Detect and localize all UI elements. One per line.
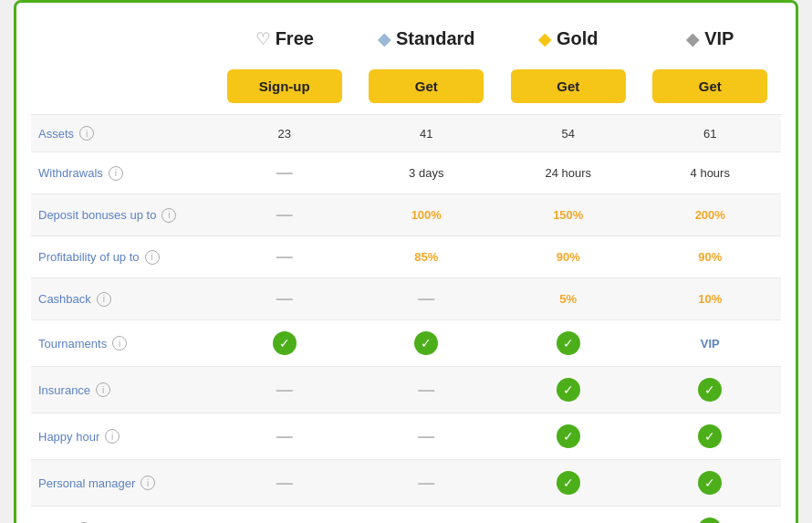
table-row: Tournamentsi✓✓✓VIP [31,319,781,366]
table-row: Profitability of up toi—85%90%90% [31,235,781,277]
cell-2-1: 100% [356,194,498,235]
cell-5-1: ✓ [356,320,498,366]
cell-1-2: 24 hours [497,152,640,194]
cell-8-2: ✓ [497,460,640,506]
table-body: Assetsi23415461Withdrawalsi—3 days24 hou… [31,114,781,523]
cell-9-1: — [356,507,498,523]
row-label-1: Withdrawalsi [31,152,213,194]
cell-3-3: 90% [640,236,782,277]
highlight-value-3-1: 85% [414,250,438,264]
button-row: Sign-upGetGetGet [31,66,781,107]
cell-5-3: VIP [640,320,782,366]
highlight-value-2-1: 100% [411,208,442,222]
info-icon-5[interactable]: i [112,336,127,350]
cell-6-0: — [213,367,356,413]
standard-icon: ◆ [378,29,390,49]
tier-header-standard: ◆Standard [356,21,498,57]
cell-9-3: ✓ [640,507,782,523]
dash-icon: — [276,205,293,225]
cell-0-3: 61 [640,115,782,152]
info-icon-8[interactable]: i [141,476,155,490]
gold-icon: ◆ [538,29,551,49]
btn-cell-1: Get [356,66,498,107]
info-icon-3[interactable]: i [145,250,160,265]
cell-8-3: ✓ [640,460,782,506]
cell-4-3: 10% [640,278,782,319]
cell-5-2: ✓ [497,320,640,366]
vip-icon: ◆ [686,29,699,49]
row-label-text-3: Profitability of up to [38,250,140,264]
highlight-value-4-2: 5% [559,292,577,306]
tier-name-vip: VIP [704,28,734,49]
dash-icon: — [276,163,293,183]
checkmark-icon: ✓ [698,424,722,448]
cell-6-3: ✓ [640,367,782,413]
info-icon-1[interactable]: i [109,166,123,181]
cell-2-3: 200% [640,194,782,235]
tier-name-free: Free [276,28,314,49]
row-label-2: Deposit bonuses up toi [31,194,213,235]
pricing-table: ♡Free◆Standard◆Gold◆VIP Sign-upGetGetGet… [14,0,798,523]
get-button-1[interactable]: Get [369,69,484,103]
checkmark-icon: ✓ [698,471,722,495]
tier-header-free: ♡Free [213,21,356,57]
row-label-text-1: Withdrawals [38,166,103,180]
get-button-2[interactable]: Get [511,69,626,103]
cell-7-0: — [213,413,356,459]
tier-header-row: ♡Free◆Standard◆Gold◆VIP [31,21,781,57]
row-label-text-7: Happy hour [38,430,99,444]
dash-icon: — [418,289,434,309]
cell-0-0: 23 [213,115,356,152]
sign-up-button-0[interactable]: Sign-up [227,69,342,103]
cell-4-1: — [356,278,498,319]
row-label-4: Cashbacki [31,278,213,319]
dash-icon: — [276,474,293,493]
cell-7-3: ✓ [640,413,782,459]
dash-icon: — [276,247,293,267]
info-icon-2[interactable]: i [161,208,176,223]
table-row: Deposit bonuses up toi—100%150%200% [31,194,781,235]
dash-icon: — [418,427,434,446]
highlight-value-3-3: 90% [698,250,722,264]
cell-1-1: 3 days [356,152,498,194]
get-button-3[interactable]: Get [652,69,767,103]
row-label-text-5: Tournaments [38,337,107,350]
vip-badge: VIP [701,337,720,350]
highlight-value-2-2: 150% [553,208,583,222]
cell-0-1: 41 [356,115,498,152]
cell-3-2: 90% [497,236,640,277]
dash-icon: — [560,520,577,524]
tier-name-gold: Gold [557,28,599,49]
table-row: Cashbacki——5%10% [31,277,781,319]
cell-7-1: — [356,413,498,459]
cell-8-1: — [356,460,498,506]
cell-9-2: — [497,507,640,523]
btn-cell-0: Sign-up [213,66,356,107]
dash-icon: — [276,427,293,446]
checkmark-icon: ✓ [414,331,438,355]
table-row: Insurancei——✓✓ [31,366,781,413]
info-icon-4[interactable]: i [97,292,111,307]
cell-2-0: — [213,194,356,235]
highlight-value-2-3: 200% [695,208,725,222]
table-row: Personal manageri——✓✓ [31,459,781,506]
checkmark-icon: ✓ [557,378,580,402]
table-row: Withdrawalsi—3 days24 hours4 hours [31,152,781,194]
btn-cell-3: Get [640,66,782,107]
checkmark-icon: ✓ [557,424,580,448]
checkmark-icon: ✓ [698,378,722,402]
row-label-text-2: Deposit bonuses up to [38,208,156,222]
info-icon-6[interactable]: i [96,382,110,397]
dash-icon: — [276,381,293,400]
table-row: Prizesi———✓ [31,506,781,523]
row-label-text-8: Personal manager [38,476,135,490]
tier-name-standard: Standard [396,28,475,49]
checkmark-icon: ✓ [557,331,580,355]
info-icon-7[interactable]: i [105,429,120,444]
checkmark-icon: ✓ [273,331,297,355]
highlight-value-3-2: 90% [557,250,580,264]
row-label-text-4: Cashback [38,292,91,306]
info-icon-0[interactable]: i [79,126,94,141]
cell-9-0: — [213,507,356,523]
btn-cell-2: Get [497,66,640,107]
